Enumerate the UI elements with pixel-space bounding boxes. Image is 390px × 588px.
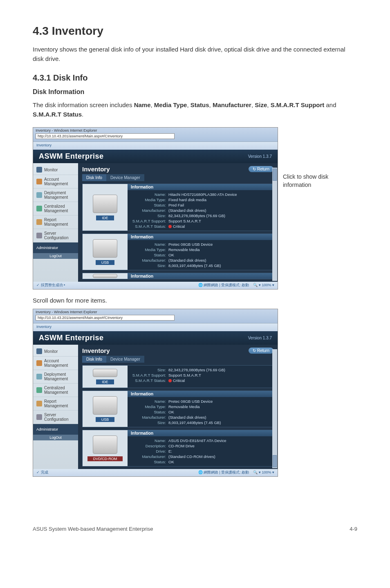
sidebar-deployment[interactable]: Deployment Management xyxy=(33,189,78,202)
val-name: Hitachi HDS721680PLA380 ATA Device xyxy=(168,192,270,197)
smart-stat-text: Critical xyxy=(173,224,185,229)
aswm-version: Version 1.3.7 xyxy=(248,154,272,159)
status-dot-icon xyxy=(168,225,172,228)
field-size: Size xyxy=(255,101,267,108)
status-right: 🌐 網際網路 | 受保護模式: 啟動 🔍 ▾ 100% ▾ xyxy=(198,283,274,288)
val-size: 82,343,278,080Bytes (76.69 GB) xyxy=(168,368,270,372)
val-name: ASUS DVD-E818A6T ATA Device xyxy=(168,438,270,443)
label-media: Media Type: xyxy=(131,404,168,409)
val-media: Removable Media xyxy=(168,404,270,409)
ie-tab[interactable]: Inventory xyxy=(36,143,52,147)
sidebar-report[interactable]: Report Management xyxy=(33,215,78,229)
val-status: OK xyxy=(168,410,270,414)
sep: , xyxy=(267,101,270,108)
sidebar-monitor[interactable]: Monitor xyxy=(33,165,78,175)
sidebar-account[interactable]: Account Management xyxy=(33,357,78,370)
field-smart-stat: S.M.A.R.T Status xyxy=(33,111,82,118)
val-size: 82,343,278,080Bytes (76.69 GB) xyxy=(168,213,270,218)
label-drive: Drive: xyxy=(131,449,168,453)
aswm-header: ASWM Enterprise Version 1.3.7 xyxy=(33,150,278,163)
disk-info-block-1[interactable]: IDE Information Name:Hitachi HDS721680PL… xyxy=(82,184,273,231)
scrollbar[interactable] xyxy=(272,349,277,468)
tab-disk-info[interactable]: Disk Info xyxy=(82,174,106,181)
scroll-note: Scroll down for more items. xyxy=(33,297,357,304)
ie-url[interactable]: http://10.10.43.201/aswment/Main.aspx#/C… xyxy=(36,315,175,321)
sidebar-monitor[interactable]: Monitor xyxy=(33,346,78,357)
status-mode: 網際網路 | 受保護模式: 啟動 xyxy=(204,470,249,474)
footer-right: 4-9 xyxy=(350,526,357,532)
sidebar-label: Centralized Management xyxy=(44,204,75,213)
usb-drive-icon xyxy=(93,396,117,415)
sidebar-report[interactable]: Report Management xyxy=(33,397,78,411)
label-smart-stat: S.M.A.R.T Status: xyxy=(131,224,168,229)
status-left: ✓ 完成 xyxy=(36,470,48,476)
sidebar-label: Deployment Management xyxy=(44,191,75,200)
sidebar-centralized[interactable]: Centralized Management xyxy=(33,384,78,397)
label-manu: Manufacturer: xyxy=(131,454,168,459)
and: and xyxy=(324,101,336,108)
content-area: Inventory ↻ Return Disk Info Device Mana… xyxy=(78,345,278,469)
ie-url[interactable]: http://10.10.43.201/aswment/Main.aspx#/C… xyxy=(36,133,175,139)
ie-tab[interactable]: Inventory xyxy=(36,325,52,329)
val-size: 8,003,197,440Bytes (7.45 GB) xyxy=(168,263,270,268)
sidebar-centralized[interactable]: Centralized Management xyxy=(33,202,78,215)
ie-titlebar: Inventory - Windows Internet Explorer ht… xyxy=(33,309,278,323)
ie-tab-bar: Inventory xyxy=(33,323,278,331)
disk-info-block-1-partial[interactable]: IDE Size:82,343,278,080Bytes (76.69 GB) … xyxy=(82,365,273,388)
sidebar-server[interactable]: Server Configuration xyxy=(33,411,78,424)
disk-info-block-3[interactable]: DVD/CD-ROM Information Name:ASUS DVD-E81… xyxy=(82,430,273,467)
sidebar-server[interactable]: Server Configuration xyxy=(33,229,78,242)
logout-label: LogOut xyxy=(49,435,62,440)
status-left: ✓ 採買整生成功 • xyxy=(36,283,65,288)
sidebar-deployment[interactable]: Deployment Management xyxy=(33,370,78,384)
disk-image: IDE xyxy=(83,184,128,231)
scroll-thumb[interactable] xyxy=(273,168,277,181)
hdd-icon xyxy=(93,195,117,213)
zoom-level[interactable]: 100% xyxy=(262,283,271,287)
report-icon xyxy=(36,219,42,225)
sidebar-label: Deployment Management xyxy=(44,372,75,381)
field-smart-sup: S.M.A.R.T Support xyxy=(271,101,325,108)
aswm-brand: ASWM Enterprise xyxy=(39,152,104,161)
label-media: Media Type: xyxy=(131,197,168,202)
report-icon xyxy=(36,401,42,406)
scroll-thumb[interactable] xyxy=(273,455,277,467)
zoom-level[interactable]: 100% xyxy=(262,470,271,474)
val-media: Removable Media xyxy=(168,247,270,252)
smart-stat-text: Critical xyxy=(173,378,185,383)
sidebar-label: Server Configuration xyxy=(44,413,75,422)
disk-info-block-2[interactable]: USB Information Name:Pretec 08GB USB Dev… xyxy=(82,233,273,270)
sidebar-label: Monitor xyxy=(44,349,58,354)
heading-disk-information: Disk Information xyxy=(33,88,357,96)
tab-device-manager[interactable]: Device Manager xyxy=(106,356,144,363)
tab-device-manager[interactable]: Device Manager xyxy=(106,174,144,181)
logout-button[interactable]: LogOut xyxy=(33,435,78,440)
disk-info-block-3-partial[interactable]: Information xyxy=(82,273,273,279)
ie-title: Inventory - Windows Internet Explorer xyxy=(36,310,275,314)
label-status: Status: xyxy=(131,203,168,207)
disk-image: DVD/CD-ROM xyxy=(83,430,128,466)
label-size: Size: xyxy=(131,420,168,425)
val-media: Fixed hard disk media xyxy=(168,197,270,202)
tab-disk-info[interactable]: Disk Info xyxy=(82,356,106,363)
disk-info-block-2[interactable]: USB Information Name:Pretec 08GB USB Dev… xyxy=(82,391,273,427)
label-smart-sup: S.M.A.R.T Support: xyxy=(131,373,168,377)
return-button[interactable]: ↻ Return xyxy=(249,348,273,354)
val-name: Pretec 08GB USB Device xyxy=(168,399,270,404)
return-button[interactable]: ↻ Return xyxy=(249,166,273,172)
aswm-version: Version 1.3.7 xyxy=(248,336,272,340)
footer-left: ASUS System Web-based Management Enterpr… xyxy=(33,526,153,532)
label-smart-sup: S.M.A.R.T Support: xyxy=(131,219,168,223)
label-status: Status: xyxy=(131,253,168,257)
info-header: Information xyxy=(128,391,273,397)
label-size: Size: xyxy=(131,368,168,372)
scrollbar[interactable] xyxy=(272,168,277,281)
logout-button[interactable]: LogOut xyxy=(33,253,78,259)
val-manu: (Standard disk drives) xyxy=(168,415,270,420)
page-footer: ASUS System Web-based Management Enterpr… xyxy=(33,526,357,532)
sidebar-account[interactable]: Account Management xyxy=(33,175,78,189)
sep: , xyxy=(150,101,154,108)
val-smart-sup: Support S.M.A.R.T xyxy=(168,373,270,377)
val-manu: (Standard CD-ROM drives) xyxy=(168,454,270,459)
sidebar-label: Monitor xyxy=(44,168,58,172)
